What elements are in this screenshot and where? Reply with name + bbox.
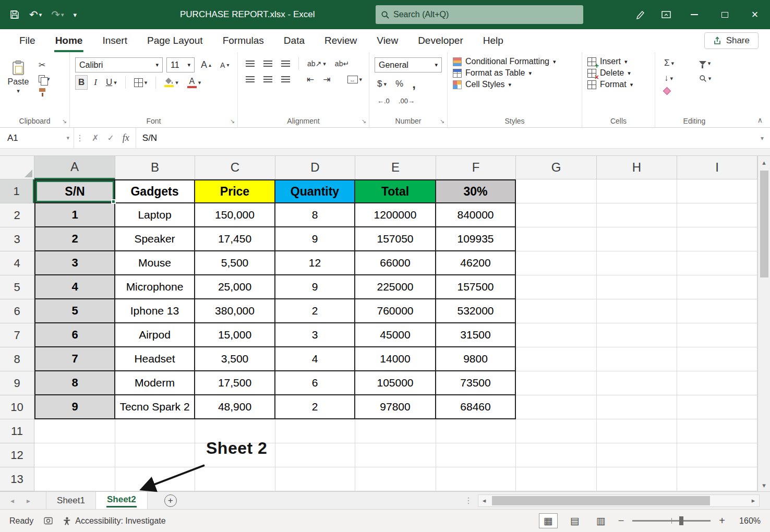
- cell-c5[interactable]: 25,000: [195, 275, 275, 299]
- cell-i12[interactable]: [677, 443, 757, 467]
- cell-c8[interactable]: 3,500: [195, 347, 275, 371]
- menu-tab-insert[interactable]: Insert: [92, 29, 137, 52]
- align-center-button[interactable]: [261, 75, 275, 84]
- cell-e9[interactable]: 105000: [355, 371, 436, 395]
- selection-fill-handle[interactable]: [111, 199, 116, 204]
- format-painter-button[interactable]: [39, 88, 50, 96]
- cell-i10[interactable]: [677, 395, 757, 419]
- redo-button[interactable]: ↷▾: [51, 8, 64, 21]
- cell-a13[interactable]: [34, 467, 115, 491]
- font-size-select[interactable]: 11▾: [166, 57, 195, 72]
- cell-i1[interactable]: [677, 179, 757, 203]
- middle-align-button[interactable]: [261, 59, 275, 69]
- sort-filter-button[interactable]: ▾: [696, 59, 727, 68]
- cell-d1[interactable]: Quantity: [275, 179, 355, 203]
- column-header-f[interactable]: F: [436, 156, 516, 179]
- merge-center-button[interactable]: ↔▾: [345, 74, 365, 85]
- column-header-i[interactable]: I: [677, 156, 757, 179]
- copy-button[interactable]: ▾: [39, 75, 50, 82]
- row-header-4[interactable]: 4: [0, 251, 34, 275]
- cell-f13[interactable]: [436, 467, 516, 491]
- cell-f2[interactable]: 840000: [436, 203, 516, 227]
- fill-button[interactable]: ↓▾: [661, 71, 690, 85]
- previous-sheet-button[interactable]: ◂: [10, 497, 14, 505]
- insert-cells-button[interactable]: Insert▾: [587, 57, 649, 66]
- cell-b9[interactable]: Moderm: [115, 371, 195, 395]
- macro-record-icon[interactable]: [44, 517, 53, 525]
- cell-a5[interactable]: 4: [34, 275, 115, 299]
- cell-c7[interactable]: 15,000: [195, 323, 275, 347]
- cell-i4[interactable]: [677, 251, 757, 275]
- cell-g8[interactable]: [516, 347, 597, 371]
- row-header-5[interactable]: 5: [0, 275, 34, 299]
- select-all-corner[interactable]: [0, 156, 34, 179]
- tab-splitter-handle[interactable]: ⋮: [464, 495, 473, 505]
- cell-e2[interactable]: 1200000: [355, 203, 436, 227]
- cell-h4[interactable]: [597, 251, 677, 275]
- ribbon-display-options-button[interactable]: [653, 0, 679, 29]
- percent-style-button[interactable]: %: [393, 77, 406, 91]
- undo-button[interactable]: ↶▾: [29, 8, 42, 21]
- clear-button[interactable]: [661, 87, 690, 95]
- column-header-d[interactable]: D: [275, 156, 355, 179]
- cell-e6[interactable]: 760000: [355, 299, 436, 323]
- cell-a4[interactable]: 3: [34, 251, 115, 275]
- cell-e11[interactable]: [355, 419, 436, 443]
- cell-f7[interactable]: 31500: [436, 323, 516, 347]
- decrease-font-size-button[interactable]: A▾: [218, 59, 232, 71]
- alignment-dialog-launcher[interactable]: ↘: [362, 118, 366, 125]
- cell-f12[interactable]: [436, 443, 516, 467]
- cell-a12[interactable]: [34, 443, 115, 467]
- row-header-2[interactable]: 2: [0, 203, 34, 227]
- cell-a6[interactable]: 5: [34, 299, 115, 323]
- zoom-level[interactable]: 160%: [733, 516, 761, 526]
- number-format-select[interactable]: General▾: [375, 57, 442, 72]
- cell-h1[interactable]: [597, 179, 677, 203]
- cell-g2[interactable]: [516, 203, 597, 227]
- align-right-button[interactable]: [279, 75, 293, 84]
- cell-a3[interactable]: 2: [34, 227, 115, 251]
- cell-h7[interactable]: [597, 323, 677, 347]
- column-header-h[interactable]: H: [597, 156, 677, 179]
- italic-button[interactable]: I: [91, 76, 100, 89]
- cell-f1[interactable]: 30%: [436, 179, 516, 203]
- cell-c6[interactable]: 380,000: [195, 299, 275, 323]
- cell-g1[interactable]: [516, 179, 597, 203]
- cell-b7[interactable]: Airpod: [115, 323, 195, 347]
- cell-h11[interactable]: [597, 419, 677, 443]
- next-sheet-button[interactable]: ▸: [27, 497, 30, 505]
- menu-tab-page-layout[interactable]: Page Layout: [137, 29, 213, 52]
- cell-b8[interactable]: Headset: [115, 347, 195, 371]
- format-cells-button[interactable]: Format▾: [587, 80, 649, 89]
- cell-h6[interactable]: [597, 299, 677, 323]
- font-dialog-launcher[interactable]: ↘: [230, 118, 235, 125]
- cell-e3[interactable]: 157050: [355, 227, 436, 251]
- page-layout-view-button[interactable]: ▤: [566, 514, 584, 528]
- confirm-entry-button[interactable]: ✓: [107, 133, 114, 143]
- expand-formula-bar-button[interactable]: ▾: [754, 128, 770, 148]
- ink-pen-button[interactable]: [627, 0, 653, 29]
- cell-b12[interactable]: [115, 443, 195, 467]
- column-header-g[interactable]: G: [516, 156, 597, 179]
- cell-b5[interactable]: Microphone: [115, 275, 195, 299]
- cell-a2[interactable]: 1: [34, 203, 115, 227]
- cell-b11[interactable]: [115, 419, 195, 443]
- cell-f8[interactable]: 9800: [436, 347, 516, 371]
- cell-a7[interactable]: 6: [34, 323, 115, 347]
- cell-e8[interactable]: 14000: [355, 347, 436, 371]
- cell-g12[interactable]: [516, 443, 597, 467]
- cell-e4[interactable]: 66000: [355, 251, 436, 275]
- cell-h8[interactable]: [597, 347, 677, 371]
- find-select-button[interactable]: ▾: [696, 73, 727, 84]
- cell-c13[interactable]: [195, 467, 275, 491]
- increase-indent-button[interactable]: ⇥: [320, 72, 333, 87]
- menu-tab-developer[interactable]: Developer: [408, 29, 473, 52]
- cell-e12[interactable]: [355, 443, 436, 467]
- row-header-1[interactable]: 1: [0, 179, 34, 203]
- cell-g4[interactable]: [516, 251, 597, 275]
- cell-i9[interactable]: [677, 371, 757, 395]
- vertical-scroll-thumb[interactable]: [760, 171, 768, 277]
- zoom-slider[interactable]: [632, 520, 711, 522]
- cell-i8[interactable]: [677, 347, 757, 371]
- formula-input[interactable]: S/N: [136, 128, 754, 148]
